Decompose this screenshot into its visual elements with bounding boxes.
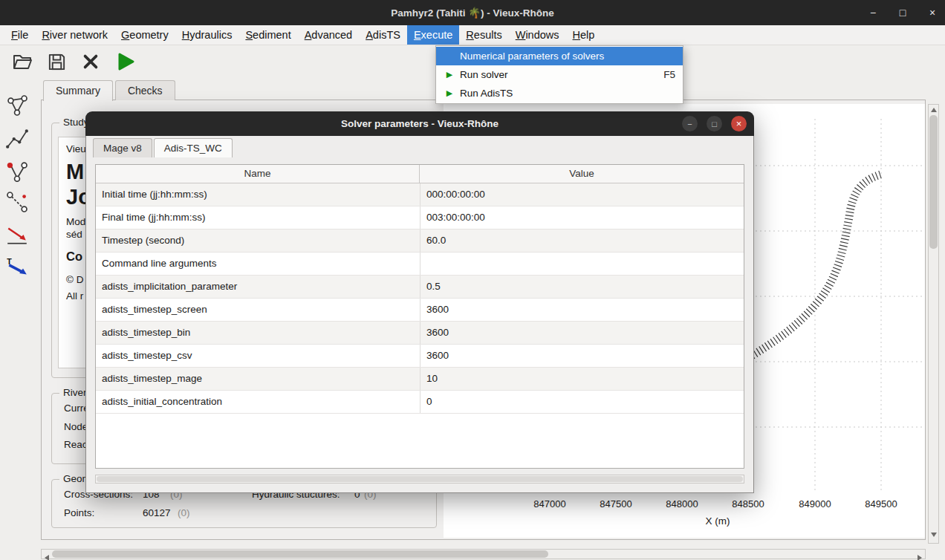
scroll-down-icon[interactable] [931, 533, 937, 537]
adists-icon: T [5, 255, 29, 279]
param-value[interactable] [420, 253, 744, 275]
slope-button[interactable] [5, 223, 29, 247]
adists-button[interactable]: T [5, 255, 29, 279]
param-name: adists_timestep_screen [96, 299, 420, 321]
dialog-close-icon[interactable]: × [731, 116, 747, 131]
table-row[interactable]: adists_timestep_bin 3600 [96, 322, 744, 345]
menu-windows[interactable]: Windows [509, 25, 566, 45]
table-row[interactable]: adists_implicitation_parameter 0.5 [96, 276, 744, 299]
window-controls: − □ × [866, 0, 939, 25]
menu-item-label: Numerical parameters of solvers [460, 51, 604, 62]
menu-advanced[interactable]: Advanced [298, 25, 360, 45]
dialog-tabbar: Mage v8 Adis-TS_WC [93, 138, 234, 157]
param-name: Final time (jj:hh:mm:ss) [96, 206, 420, 229]
points-value: 60127 [143, 507, 171, 518]
open-button[interactable] [10, 50, 34, 74]
dialog-maximize-icon[interactable]: □ [707, 116, 722, 131]
table-row[interactable]: adists_timestep_screen 3600 [96, 299, 744, 322]
delete-icon [81, 52, 100, 71]
dialog-title: Solver parameters - Vieux-Rhône [341, 118, 499, 129]
menu-results[interactable]: Results [459, 25, 508, 45]
dialog-scrollbar-thumb[interactable] [97, 476, 743, 482]
close-icon[interactable]: × [926, 0, 939, 25]
save-icon [47, 52, 67, 72]
param-name: Command line arguments [96, 253, 420, 275]
param-name: adists_implicitation_parameter [96, 276, 420, 298]
param-value[interactable]: 3600 [420, 345, 744, 367]
menu-help[interactable]: Help [566, 25, 602, 45]
horizontal-scrollbar-thumb[interactable] [52, 550, 548, 558]
x-tick-1: 847500 [590, 498, 642, 509]
slope-icon [5, 223, 29, 247]
param-name: Timestep (second) [96, 229, 420, 252]
menu-adists[interactable]: AdisTS [359, 25, 407, 45]
maximize-icon[interactable]: □ [896, 0, 909, 25]
scroll-right-icon[interactable] [918, 555, 922, 560]
run-icon: ▶ [444, 88, 455, 98]
table-row[interactable]: Final time (jj:hh:mm:ss) 003:00:00:00 [96, 206, 744, 229]
minimize-icon[interactable]: − [866, 0, 880, 25]
param-value[interactable]: 0 [420, 391, 744, 413]
points-label: Points: [64, 507, 94, 518]
param-value[interactable]: 0.5 [420, 276, 744, 298]
x-axis-label: X (m) [688, 515, 747, 527]
execute-menu: Numerical parameters of solvers ▶ Run so… [435, 45, 683, 104]
table-row[interactable]: Timestep (second) 60.0 [96, 229, 744, 253]
save-button[interactable] [45, 50, 68, 74]
profile-button[interactable] [5, 126, 29, 150]
param-name: adists_initial_concentration [96, 391, 420, 413]
reach-button[interactable] [5, 190, 29, 214]
menu-file[interactable]: File [4, 25, 35, 45]
table-header-row: Name Value [96, 165, 744, 183]
menu-item-run-solver[interactable]: ▶ Run solver F5 [436, 65, 683, 84]
close-study-button[interactable] [79, 50, 103, 74]
tab-adis-ts-wc[interactable]: Adis-TS_WC [154, 138, 233, 157]
tab-checks[interactable]: Checks [115, 80, 175, 100]
param-value[interactable]: 3600 [420, 299, 744, 321]
table-row[interactable]: Initial time (jj:hh:mm:ss) 000:00:00:00 [96, 183, 744, 206]
network-button[interactable] [5, 94, 29, 117]
main-tabbar: Summary Checks [43, 80, 178, 100]
menu-item-shortcut: F5 [663, 69, 675, 80]
param-value[interactable]: 10 [420, 368, 744, 390]
tab-summary[interactable]: Summary [43, 80, 113, 101]
solver-parameters-dialog: Solver parameters - Vieux-Rhône − □ × Ma… [85, 111, 754, 493]
vertical-scrollbar-thumb[interactable] [929, 115, 938, 249]
param-value[interactable]: 3600 [420, 322, 744, 344]
dialog-horizontal-scrollbar[interactable] [95, 475, 744, 484]
param-value[interactable]: 000:00:00:00 [420, 183, 744, 206]
x-tick-4: 849000 [789, 498, 841, 509]
menu-hydraulics[interactable]: Hydraulics [175, 25, 239, 45]
river-row-nodes: Node [64, 421, 88, 432]
parameters-table: Name Value Initial time (jj:hh:mm:ss) 00… [95, 164, 744, 469]
table-row[interactable]: adists_timestep_csv 3600 [96, 345, 744, 368]
run-icon [114, 51, 135, 72]
menu-geometry[interactable]: Geometry [114, 25, 175, 45]
x-tick-5: 849500 [855, 498, 907, 509]
vertical-scrollbar[interactable] [928, 104, 939, 544]
current-reach-button[interactable] [5, 159, 29, 183]
table-row[interactable]: adists_initial_concentration 0 [96, 391, 744, 414]
scroll-up-icon[interactable] [931, 108, 937, 112]
dialog-controls: − □ × [682, 116, 747, 131]
tab-mage-v8[interactable]: Mage v8 [93, 138, 152, 157]
menu-sediment[interactable]: Sediment [238, 25, 297, 45]
dialog-titlebar[interactable]: Solver parameters - Vieux-Rhône − □ × [85, 111, 754, 136]
window-titlebar: Pamhyr2 (Tahiti 🌴) - Vieux-Rhône − □ × [0, 0, 945, 25]
menu-execute[interactable]: Execute [407, 25, 459, 45]
horizontal-scrollbar[interactable] [41, 549, 926, 559]
table-row[interactable]: adists_timestep_mage 10 [96, 368, 744, 391]
column-header-value[interactable]: Value [420, 165, 744, 183]
menu-item-numerical-parameters[interactable]: Numerical parameters of solvers [436, 47, 683, 65]
run-solver-button[interactable] [113, 50, 137, 74]
column-header-name[interactable]: Name [96, 165, 420, 183]
table-row[interactable]: Command line arguments [96, 253, 744, 276]
x-tick-3: 848500 [722, 498, 774, 509]
param-value[interactable]: 60.0 [420, 229, 744, 252]
dialog-minimize-icon[interactable]: − [682, 116, 698, 131]
scroll-left-icon[interactable] [45, 555, 49, 560]
param-name: Initial time (jj:hh:mm:ss) [96, 183, 420, 206]
menu-item-run-adists[interactable]: ▶ Run AdisTS [436, 84, 683, 102]
menu-river-network[interactable]: River network [35, 25, 114, 45]
param-value[interactable]: 003:00:00:00 [420, 206, 744, 229]
